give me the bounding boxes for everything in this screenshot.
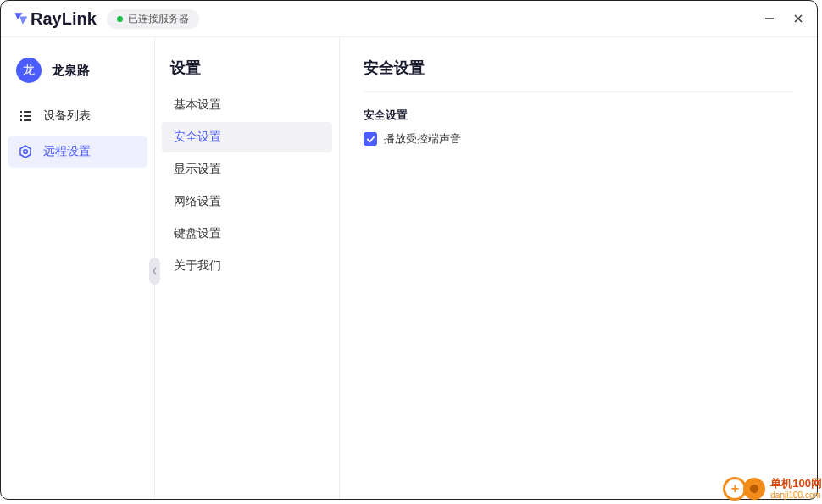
watermark-text-top: 单机100网	[770, 478, 822, 490]
settings-item-keyboard[interactable]: 键盘设置	[162, 219, 332, 249]
connection-status: 已连接服务器	[107, 9, 199, 29]
close-button[interactable]	[791, 12, 805, 25]
profile-name: 龙泉路	[52, 63, 90, 79]
app-window: RayLink 已连接服务器 龙 龙泉路	[0, 0, 818, 500]
titlebar: RayLink 已连接服务器	[1, 1, 817, 36]
settings-nav: 设置 基本设置 安全设置 显示设置 网络设置 键盘设置 关于我们	[155, 37, 340, 499]
app-name: RayLink	[31, 9, 97, 29]
settings-item-display[interactable]: 显示设置	[162, 154, 332, 185]
settings-item-network[interactable]: 网络设置	[162, 186, 332, 217]
app-logo: RayLink	[13, 9, 97, 29]
content-panel: 安全设置 安全设置 播放受控端声音	[340, 37, 817, 499]
checkbox-play-sound[interactable]: 播放受控端声音	[364, 131, 793, 147]
window-controls	[763, 12, 805, 25]
sidebar-item-remote-settings[interactable]: 远程设置	[8, 136, 147, 168]
watermark-text-bottom: danji100.com	[770, 490, 822, 500]
settings-item-security[interactable]: 安全设置	[162, 122, 332, 152]
minimize-button[interactable]	[763, 12, 776, 25]
profile[interactable]: 龙 龙泉路	[8, 53, 147, 97]
app-body: 龙 龙泉路 设备列表	[1, 36, 817, 499]
checkbox-label: 播放受控端声音	[384, 131, 461, 147]
settings-item-basic[interactable]: 基本设置	[162, 90, 332, 120]
gear-hex-icon	[18, 144, 33, 159]
watermark-circle-icon	[743, 478, 765, 500]
status-dot-icon	[117, 16, 123, 22]
collapse-handle[interactable]	[149, 258, 160, 285]
content-title: 安全设置	[364, 58, 793, 92]
list-icon	[18, 108, 33, 124]
sidebar-item-label: 设备列表	[43, 108, 91, 124]
settings-item-about[interactable]: 关于我们	[162, 251, 332, 281]
logo-icon	[13, 10, 30, 27]
checkbox-icon	[364, 132, 377, 146]
section-header: 安全设置	[364, 108, 793, 123]
sidebar-item-devices[interactable]: 设备列表	[8, 100, 147, 132]
svg-marker-9	[20, 146, 31, 158]
sidebar-item-label: 远程设置	[43, 144, 91, 159]
watermark: + 单机100网 danji100.com	[719, 474, 822, 504]
svg-point-10	[24, 150, 28, 154]
status-text: 已连接服务器	[128, 12, 189, 26]
sidebar: 龙 龙泉路 设备列表	[1, 37, 155, 499]
avatar: 龙	[16, 58, 42, 83]
settings-title: 设置	[162, 53, 332, 90]
